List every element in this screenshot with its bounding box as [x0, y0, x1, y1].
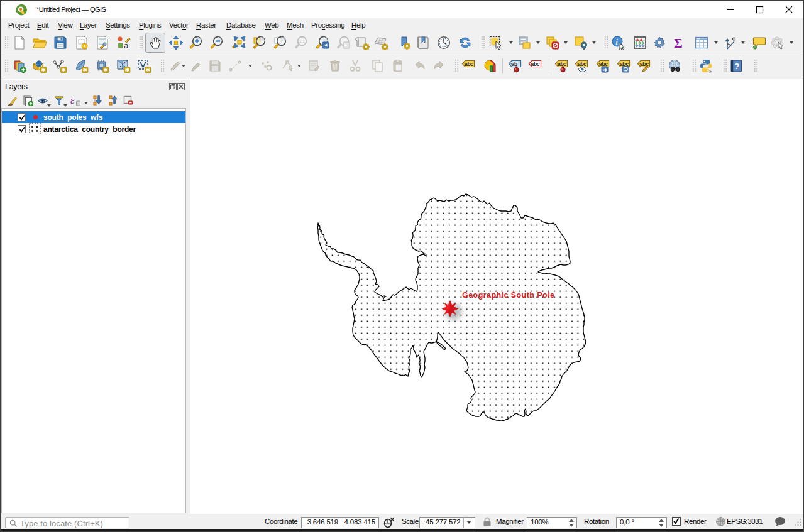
svg-text:abc: abc: [558, 61, 566, 67]
svg-text:1:1: 1:1: [299, 39, 305, 43]
svg-text:Geographic South Pole: Geographic South Pole: [462, 291, 554, 300]
svg-text:abc: abc: [465, 61, 473, 67]
svg-text:Σ: Σ: [674, 36, 683, 50]
svg-text:abc: abc: [578, 61, 586, 67]
svg-text:ε: ε: [70, 95, 75, 106]
svg-text:abc: abc: [531, 61, 540, 67]
svg-text:?: ?: [735, 62, 740, 71]
